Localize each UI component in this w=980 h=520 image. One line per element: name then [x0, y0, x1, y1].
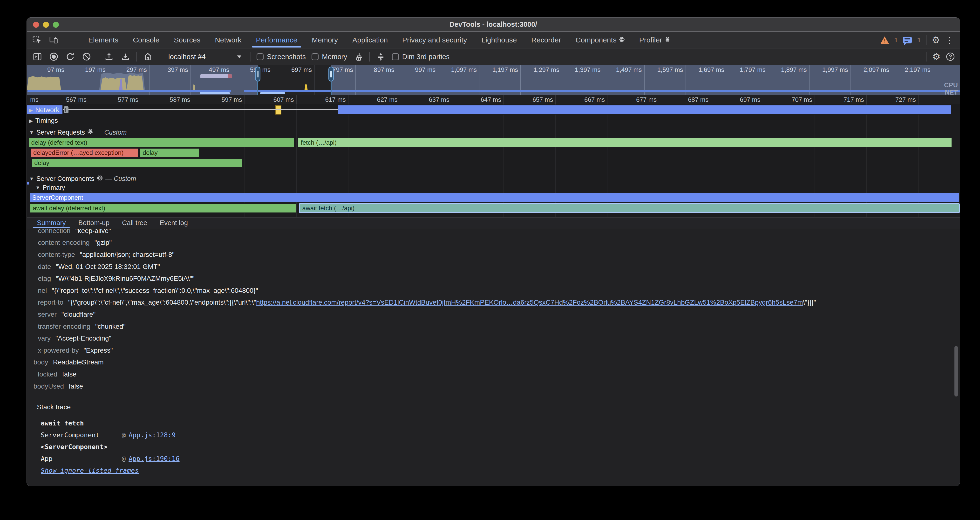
title-bar: DevTools - localhost:3000/	[27, 17, 960, 32]
flame-event[interactable]: await delay (deferred text)	[30, 203, 296, 213]
reload-record-icon[interactable]	[65, 51, 75, 62]
tab-components[interactable]: Components	[568, 32, 632, 48]
section-header-server-components[interactable]: ▼Server Components— Custom	[29, 175, 136, 183]
devtools-tabs: ElementsConsoleSourcesNetworkPerformance…	[81, 32, 678, 48]
zoom-window-icon[interactable]	[53, 22, 59, 28]
flame-event-selected[interactable]: await fetch (…/api)	[299, 203, 960, 213]
overview-tick-label: 1,697 ms	[698, 66, 724, 73]
net-overview-row	[27, 90, 960, 92]
collapse-tracks-icon[interactable]	[375, 51, 386, 62]
section-header-primary[interactable]: ▼Primary	[35, 184, 65, 191]
report-url-link[interactable]: https://a.nel.cloudflare.com/report/v4?s…	[256, 299, 803, 306]
flame-event[interactable]: delay (deferred text)	[28, 138, 295, 147]
source-location-link[interactable]: App.js:190:16	[129, 455, 180, 462]
tab-recorder[interactable]: Recorder	[524, 32, 568, 48]
frame-title: <ServerComponent>	[41, 443, 107, 450]
property-row-content-type: content-type"application/json; charset=u…	[27, 249, 960, 261]
property-key: etag	[38, 275, 51, 282]
tab-memory[interactable]: Memory	[305, 32, 345, 48]
net-overview-segment	[244, 90, 960, 92]
history-select[interactable]: localhost #4	[165, 51, 245, 62]
ruler-tick-label: 687 ms	[688, 96, 708, 103]
tab-performance[interactable]: Performance	[249, 32, 305, 48]
net-overview-segment	[27, 90, 231, 92]
performance-toolbar: localhost #4 Screenshots Memory Dim 3r	[27, 49, 960, 65]
tab-summary[interactable]: Summary	[30, 218, 72, 228]
help-icon[interactable]: ?	[946, 52, 955, 61]
tab-call-tree[interactable]: Call tree	[116, 218, 153, 228]
section-header-server-requests[interactable]: ▼Server Requests— Custom	[29, 129, 127, 137]
atom-icon	[619, 36, 625, 44]
record-icon[interactable]	[48, 51, 59, 62]
garbage-collect-broom-icon[interactable]	[353, 51, 364, 62]
flame-event[interactable]: fetch (…/api)	[298, 138, 952, 147]
memory-checkbox[interactable]: Memory	[312, 53, 347, 61]
close-window-icon[interactable]	[33, 22, 39, 28]
ruler-tick-label: 727 ms	[896, 96, 916, 103]
flame-event[interactable]: delayedError (…ayed exception)	[30, 148, 138, 157]
panel-settings-gear-icon[interactable]: ⚙	[932, 52, 940, 61]
kebab-menu-icon[interactable]: ⋮	[945, 36, 953, 44]
inspect-element-icon[interactable]	[32, 35, 42, 45]
tab-profiler[interactable]: Profiler	[632, 32, 678, 48]
timeline-overview[interactable]: CPU NET 97 ms197 ms297 ms397 ms497 ms597…	[27, 65, 960, 95]
network-request-whisker	[63, 109, 337, 110]
summary-scrollbar[interactable]	[955, 346, 958, 396]
tab-console[interactable]: Console	[126, 32, 167, 48]
dim-3rd-parties-label: Dim 3rd parties	[402, 53, 450, 61]
tab-label: Recorder	[531, 36, 561, 44]
overview-tick-label: 2,197 ms	[905, 66, 931, 73]
ruler-tick	[141, 95, 141, 104]
flame-event[interactable]: ServerComponent	[29, 193, 960, 202]
toggle-sidebar-icon[interactable]	[32, 51, 43, 62]
tab-network[interactable]: Network	[208, 32, 249, 48]
property-key: x-powered-by	[38, 347, 79, 354]
details-tabbar: SummaryBottom-upCall treeEvent log	[27, 217, 960, 228]
frame-function-name: App	[41, 455, 122, 462]
overview-tick-label: 1,797 ms	[740, 66, 765, 73]
ruler-tick-label: 637 ms	[429, 96, 449, 103]
flame-event[interactable]: delay	[31, 158, 242, 167]
track-label-timings[interactable]: ▶Timings	[29, 117, 58, 124]
warning-count: 1	[894, 36, 898, 44]
tab-privacy-and-security[interactable]: Privacy and security	[395, 32, 474, 48]
property-value: "keep-alive"	[75, 229, 111, 235]
flame-lane: ServerComponent	[27, 193, 960, 202]
source-location-link[interactable]: App.js:128:9	[129, 431, 175, 439]
tab-event-log[interactable]: Event log	[153, 218, 194, 228]
network-request-grip[interactable]	[64, 107, 68, 113]
flame-event[interactable]: delay	[140, 148, 199, 157]
property-key: content-encoding	[38, 239, 90, 246]
flame-lane	[27, 105, 960, 114]
flame-lane: delayedError (…ayed exception)delay	[27, 148, 960, 157]
warning-icon[interactable]: !	[881, 37, 889, 44]
tab-application[interactable]: Application	[345, 32, 395, 48]
disclosure-triangle-icon: ▼	[29, 176, 34, 181]
property-value: "gzip"	[94, 239, 111, 246]
tab-sources[interactable]: Sources	[167, 32, 208, 48]
ruler-tick-label: 717 ms	[843, 96, 864, 103]
flame-event[interactable]	[338, 105, 951, 114]
issues-bubble-icon[interactable]	[903, 37, 912, 43]
tabbar-right: ! 1 1 ⚙ ⋮	[881, 35, 960, 45]
track-label-network[interactable]: ▶Network	[29, 107, 59, 114]
dim-3rd-parties-checkbox[interactable]: Dim 3rd parties	[392, 53, 450, 61]
tab-elements[interactable]: Elements	[81, 32, 126, 48]
tab-lighthouse[interactable]: Lighthouse	[474, 32, 524, 48]
overview-tick-label: 997 ms	[415, 66, 436, 73]
property-value: "Accept-Encoding"	[56, 334, 111, 342]
checkbox-icon	[312, 53, 318, 60]
label-text: Server Requests	[37, 129, 85, 136]
screenshots-checkbox[interactable]: Screenshots	[256, 53, 306, 61]
property-row-locked: lockedfalse	[27, 368, 960, 380]
upload-profile-icon[interactable]	[104, 51, 114, 62]
ruler-tick	[607, 95, 608, 104]
settings-gear-icon[interactable]: ⚙	[932, 35, 940, 45]
tab-bottom-up[interactable]: Bottom-up	[72, 218, 116, 228]
clear-icon[interactable]	[81, 51, 92, 62]
device-toolbar-icon[interactable]	[48, 35, 59, 45]
download-profile-icon[interactable]	[120, 51, 131, 62]
show-ignore-listed-frames-link[interactable]: Show ignore-listed frames	[41, 467, 138, 474]
home-icon[interactable]	[143, 51, 153, 62]
minimize-window-icon[interactable]	[43, 22, 49, 28]
